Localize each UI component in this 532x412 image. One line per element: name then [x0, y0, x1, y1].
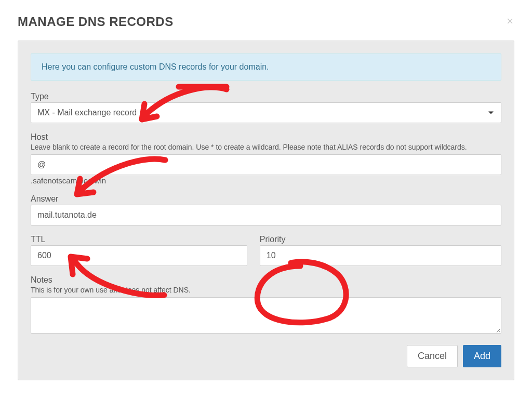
- answer-label: Answer: [31, 194, 501, 204]
- type-label: Type: [31, 92, 501, 101]
- answer-input[interactable]: [31, 205, 501, 225]
- host-label: Host: [31, 132, 501, 142]
- close-icon[interactable]: ×: [507, 16, 513, 27]
- chevron-down-icon: [488, 112, 494, 114]
- type-select[interactable]: MX - Mail exchange record: [31, 102, 501, 123]
- host-input[interactable]: [31, 154, 501, 175]
- notes-label: Notes: [31, 275, 501, 285]
- notes-help: This is for your own use and does not af…: [31, 286, 501, 294]
- priority-input[interactable]: [260, 245, 501, 266]
- type-select-value: MX - Mail exchange record: [37, 107, 137, 118]
- ttl-label: TTL: [31, 235, 247, 244]
- notes-textarea[interactable]: [31, 297, 501, 334]
- info-banner: Here you can configure custom DNS record…: [31, 54, 501, 81]
- priority-label: Priority: [260, 235, 501, 244]
- manage-dns-panel: Here you can configure custom DNS record…: [18, 41, 514, 380]
- host-suffix: .safenotscammed.win: [31, 176, 501, 185]
- add-button[interactable]: Add: [463, 345, 501, 367]
- cancel-button[interactable]: Cancel: [407, 345, 458, 367]
- ttl-input[interactable]: [31, 245, 247, 266]
- host-help: Leave blank to create a record for the r…: [31, 143, 501, 151]
- modal-title: MANAGE DNS RECORDS: [18, 15, 514, 29]
